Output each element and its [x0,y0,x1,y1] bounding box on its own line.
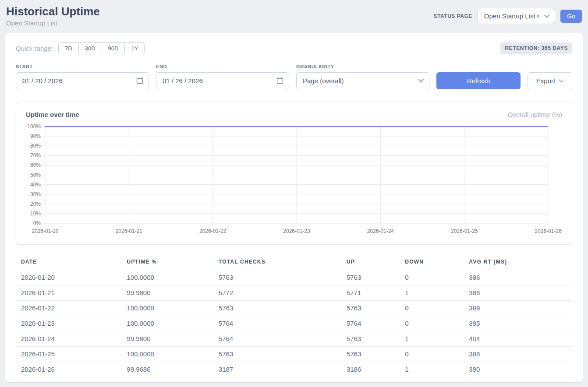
start-field-group: START 01 / 20 / 2026 [16,64,149,89]
table-cell: 5763 [341,270,400,285]
calendar-icon[interactable] [276,77,283,84]
table-cell: 1 [400,285,464,300]
column-header: DOWN [400,256,464,270]
status-page-value: Open Startup List× [484,12,540,20]
table-cell: 0 [400,300,464,316]
retention-badge: RETENTION: 365 DAYS [500,42,572,54]
uptime-chart-card: Uptime over time Overall uptime (%) 0%10… [16,102,572,245]
table-cell: 5764 [213,316,341,331]
granularity-select[interactable]: Page (overall) [296,72,429,89]
axis-tick-label: 2026-01-26 [535,228,562,234]
table-cell: 389 [464,300,572,316]
export-label: Export [536,77,555,84]
quick-range-7d[interactable]: 7D [58,42,79,54]
table-row: 2026-01-22100.0000576357630389 [16,300,572,316]
table-cell: 2026-01-26 [16,362,121,377]
axis-tick-label: 30% [30,191,41,197]
axis-tick-label: 2026-01-21 [116,228,143,234]
page-subtitle: Open Startup List [6,19,100,27]
axis-tick-label: 2026-01-25 [451,228,478,234]
start-label: START [16,64,149,69]
axis-tick-label: 50% [30,172,41,178]
table-cell: 100.0000 [121,316,213,331]
table-cell: 3186 [341,362,400,377]
title-block: Historical Uptime Open Startup List [6,4,100,27]
table-cell: 1 [400,331,464,346]
axis-tick-label: 90% [30,133,41,139]
table-cell: 5771 [341,285,400,300]
calendar-icon[interactable] [136,77,143,84]
table-cell: 5764 [213,331,341,346]
table-cell: 0 [400,270,464,285]
status-page-label: STATUS PAGE [434,13,472,19]
table-cell: 2026-01-22 [16,300,121,316]
start-date-value: 01 / 20 / 2026 [22,77,63,84]
uptime-table: DATEUPTIME %TOTAL CHECKSUPDOWNAVG RT (MS… [16,256,572,377]
table-cell: 5763 [213,270,341,285]
granularity-value: Page (overall) [303,77,344,84]
table-cell: 1 [400,362,464,377]
axis-tick-label: 70% [30,152,41,158]
table-cell: 2026-01-21 [16,285,121,300]
end-label: END [156,64,289,69]
axis-tick-label: 100% [27,123,41,130]
table-cell: 390 [464,362,572,377]
uptime-line-chart: 0%10%20%30%40%50%60%70%80%90%100%2026-01… [26,123,562,238]
quick-range-row: Quick range: 7D30D90D1Y RETENTION: 365 D… [16,42,572,54]
table-cell: 5763 [213,300,341,316]
quick-range-30d[interactable]: 30D [78,42,102,54]
table-cell: 100.0000 [121,270,213,285]
table-cell: 388 [464,346,572,362]
quick-range-group: 7D30D90D1Y [58,42,145,54]
granularity-field-group: GRANULARITY Page (overall) [296,64,429,89]
table-cell: 3187 [213,362,341,377]
chevron-down-icon [418,79,424,82]
axis-tick-label: 2026-01-23 [283,228,310,234]
quick-range-90d[interactable]: 90D [102,42,125,54]
main-card: Quick range: 7D30D90D1Y RETENTION: 365 D… [5,33,583,382]
axis-tick-label: 2026-01-20 [32,228,59,234]
clear-icon[interactable]: × [536,12,540,20]
chart-title: Uptime over time [26,111,79,118]
column-header: AVG RT (MS) [464,256,572,270]
table-cell: 0 [400,316,464,331]
column-header: UP [341,256,400,270]
chart-legend: Overall uptime (%) [508,111,562,118]
page-title: Historical Uptime [6,5,100,18]
status-page-select[interactable]: Open Startup List× [478,8,556,24]
table-cell: 2026-01-24 [16,331,121,346]
table-row: 2026-01-2199.9800577257711388 [16,285,572,300]
table-cell: 404 [464,331,572,346]
granularity-label: GRANULARITY [296,64,429,69]
table-row: 2026-01-2699.9686318731861390 [16,362,572,377]
end-date-input[interactable]: 01 / 26 / 2026 [156,72,289,89]
table-cell: 388 [464,285,572,300]
header-controls: STATUS PAGE Open Startup List× Go [434,8,582,24]
quick-range-label: Quick range: [16,45,53,52]
table-cell: 5763 [341,331,400,346]
start-date-input[interactable]: 01 / 20 / 2026 [16,72,149,89]
table-header: DATEUPTIME %TOTAL CHECKSUPDOWNAVG RT (MS… [16,256,572,270]
table-cell: 100.0000 [121,346,213,362]
chevron-down-icon [544,14,549,18]
go-button[interactable]: Go [560,10,582,23]
page-header: Historical Uptime Open Startup List STAT… [0,0,588,27]
axis-tick-label: 20% [30,201,41,207]
table-cell: 2026-01-20 [16,270,121,285]
quick-range-1y[interactable]: 1Y [124,42,145,54]
table-row: 2026-01-2499.9800576457631404 [16,331,572,346]
axis-tick-label: 40% [30,181,41,187]
axis-tick-label: 0% [33,220,41,226]
table-cell: 2026-01-25 [16,346,121,362]
end-date-value: 01 / 26 / 2026 [163,77,203,84]
axis-tick-label: 80% [30,143,41,149]
fields-row: START 01 / 20 / 2026 END 01 / 26 / 2026 [16,64,572,89]
export-button[interactable]: Export [528,72,572,89]
axis-tick-label: 10% [30,210,41,216]
table-row: 2026-01-25100.0000576357630388 [16,346,572,362]
table-cell: 99.9686 [121,362,213,377]
refresh-button[interactable]: Refresh [436,72,521,89]
table-cell: 395 [464,316,572,331]
table-cell: 5772 [213,285,341,300]
table-cell: 5763 [341,346,400,362]
